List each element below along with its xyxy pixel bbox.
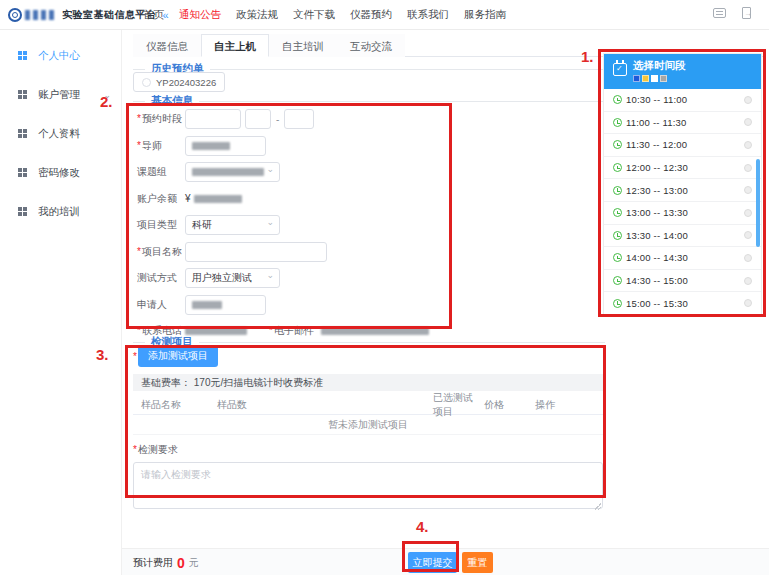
time-slot-list: 10:30 -- 11:00 11:00 -- 11:30 11:30 -- 1… <box>604 89 761 315</box>
sidebar-item[interactable]: 密码修改 ⌄ <box>0 153 121 192</box>
table-column-header: 已选测试项目 <box>425 391 476 419</box>
message-icon[interactable] <box>713 8 726 18</box>
form-row-mentor: *导师 <box>137 136 567 156</box>
sidebar-item[interactable]: 账户管理 ⌄ <box>0 75 121 114</box>
slot-radio-icon[interactable] <box>744 231 752 239</box>
requirement-textarea[interactable] <box>133 462 603 509</box>
nav-item[interactable]: 政策法规 <box>236 8 278 22</box>
clock-icon <box>613 231 622 240</box>
history-order-option[interactable]: YP202403226 <box>133 72 225 92</box>
time-slot-panel-title: 选择时间段 <box>633 59 686 73</box>
time-slot-label: 13:00 -- 13:30 <box>626 207 688 218</box>
clock-icon <box>613 208 622 217</box>
legend-square <box>633 75 640 82</box>
time-slot-row[interactable]: 11:00 -- 11:30 <box>604 112 761 135</box>
time-range-start-input[interactable] <box>245 109 271 129</box>
slot-radio-icon[interactable] <box>744 141 752 149</box>
radio-icon[interactable] <box>142 78 151 87</box>
time-slot-row[interactable]: 15:00 -- 15:30 <box>604 292 761 315</box>
time-range-label: 预约时段 <box>142 113 182 124</box>
project-name-input[interactable] <box>185 242 327 262</box>
time-range-end-input[interactable] <box>284 109 314 129</box>
project-name-label: 项目名称 <box>142 246 182 257</box>
clock-icon <box>613 140 622 149</box>
estimate-value: 0 <box>177 555 185 571</box>
sidebar-item[interactable]: 我的培训 ⌄ <box>0 192 121 231</box>
sidebar-item[interactable]: 个人中心 ⌄ <box>0 36 121 75</box>
slot-radio-icon[interactable] <box>744 254 752 262</box>
test-mode-value: 用户独立测试 <box>192 271 252 285</box>
nav-item[interactable]: 首页 <box>143 8 164 22</box>
mentor-input[interactable] <box>185 136 266 156</box>
tab[interactable]: 自主上机 <box>201 34 269 57</box>
group-label: 课题组 <box>137 166 167 177</box>
balance-label: 账户余额 <box>137 193 177 204</box>
email-value[interactable] <box>321 327 429 335</box>
logout-icon[interactable] <box>742 7 751 19</box>
base-rate-bar: 基础费率： 170元/扫描电镜计时收费标准 <box>133 374 603 391</box>
form-row-group: 课题组 <box>137 162 567 182</box>
masked-value <box>194 195 242 203</box>
add-test-item-button[interactable]: 添加测试项目 <box>138 345 218 367</box>
nav-item[interactable]: 服务指南 <box>464 8 506 22</box>
applicant-input[interactable] <box>185 295 266 315</box>
applicant-label: 申请人 <box>137 299 167 310</box>
time-slot-row[interactable]: 12:00 -- 12:30 <box>604 157 761 180</box>
time-range-date-input[interactable] <box>185 109 241 129</box>
resize-handle[interactable] <box>594 503 601 510</box>
sidebar-item-label: 我的培训 <box>38 205 80 219</box>
footer-bar: 预计费用 0 元 立即提交 重置 <box>122 548 769 575</box>
time-slot-row[interactable]: 14:00 -- 14:30 <box>604 247 761 270</box>
legend-square <box>642 75 649 82</box>
nav-item[interactable]: 联系我们 <box>407 8 449 22</box>
table-column-header: 操作 <box>527 398 555 412</box>
time-slot-row[interactable]: 12:30 -- 13:00 <box>604 179 761 202</box>
nav-item[interactable]: 通知公告 <box>179 8 221 22</box>
balance-value: ¥ <box>185 193 242 204</box>
grid-icon <box>18 207 27 216</box>
time-slot-row[interactable]: 13:30 -- 14:00 <box>604 225 761 248</box>
calendar-check-icon <box>613 63 627 76</box>
slot-radio-icon[interactable] <box>744 186 752 194</box>
tab[interactable]: 自主培训 <box>269 34 337 57</box>
tab[interactable]: 仪器信息 <box>133 34 201 57</box>
phone-value[interactable] <box>185 327 247 335</box>
sidebar-item[interactable]: 个人资料 ⌄ <box>0 114 121 153</box>
masked-value <box>321 327 429 335</box>
tab[interactable]: 互动交流 <box>337 34 405 57</box>
slot-radio-icon[interactable] <box>744 96 752 104</box>
time-slot-row[interactable]: 10:30 -- 11:00 <box>604 89 761 112</box>
masked-value <box>192 142 230 150</box>
sidebar-item-label: 个人中心 <box>38 49 80 63</box>
table-column-header: 价格 <box>476 398 527 412</box>
clock-icon <box>613 253 622 262</box>
sidebar-item-label: 密码修改 <box>38 166 80 180</box>
time-slot-row[interactable]: 14:30 -- 15:00 <box>604 270 761 293</box>
time-slot-row[interactable]: 13:00 -- 13:30 <box>604 202 761 225</box>
legend-square <box>660 75 667 82</box>
reset-button[interactable]: 重置 <box>462 552 493 573</box>
estimate-cost: 预计费用 0 元 <box>133 549 199 575</box>
nav-item[interactable]: 文件下载 <box>293 8 335 22</box>
nav-item[interactable]: 仪器预约 <box>350 8 392 22</box>
slot-radio-icon[interactable] <box>744 277 752 285</box>
basic-info-section-title: 基本信息 <box>151 94 193 108</box>
slot-radio-icon[interactable] <box>744 209 752 217</box>
slot-radio-icon[interactable] <box>744 299 752 307</box>
time-slot-row[interactable]: 11:30 -- 12:00 <box>604 134 761 157</box>
top-header: 实验室基础信息平台 « 首页 通知公告 政策法规 文件下载 仪器预约 联系我们 … <box>0 0 769 30</box>
time-slot-label: 11:00 -- 11:30 <box>626 117 687 128</box>
scrollbar-thumb[interactable] <box>756 159 760 247</box>
legend-square <box>651 75 658 82</box>
project-type-select[interactable]: 科研 <box>185 215 280 235</box>
slot-radio-icon[interactable] <box>744 164 752 172</box>
submit-button[interactable]: 立即提交 <box>408 552 457 573</box>
test-mode-select[interactable]: 用户独立测试 <box>185 268 280 288</box>
time-slot-label: 11:30 -- 12:00 <box>626 139 687 150</box>
group-select[interactable] <box>185 162 280 182</box>
time-slot-label: 13:30 -- 14:00 <box>626 230 688 241</box>
slot-radio-icon[interactable] <box>744 118 752 126</box>
grid-icon <box>18 90 27 99</box>
clock-icon <box>613 95 622 104</box>
university-calligraphy <box>25 10 57 20</box>
